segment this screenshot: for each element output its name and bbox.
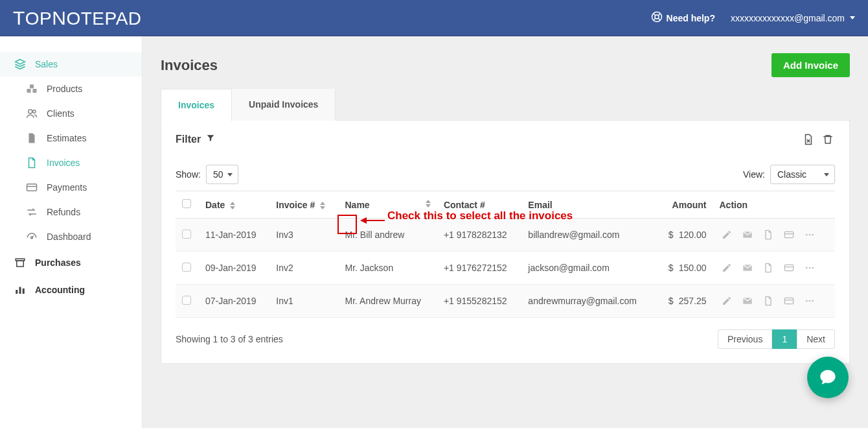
edit-icon[interactable] (720, 294, 734, 308)
sidebar-item-clients[interactable]: Clients (0, 101, 142, 126)
svg-point-25 (808, 267, 810, 269)
file-text-icon (26, 157, 38, 169)
sort-icon (230, 202, 235, 209)
sidebar-label-dashboard: Dashboard (47, 232, 91, 242)
row-actions (720, 294, 829, 308)
chat-fab[interactable] (807, 357, 849, 398)
svg-rect-8 (27, 184, 37, 191)
view-label: View: (743, 169, 765, 180)
col-amount: Amount (656, 191, 713, 219)
chart-bar-icon (14, 284, 26, 296)
pdf-icon[interactable] (761, 261, 775, 275)
sidebar-item-payments[interactable]: Payments (0, 175, 142, 200)
show-select[interactable]: 50 (206, 165, 238, 184)
col-invoice-no[interactable]: Invoice # (269, 191, 338, 219)
row-checkbox[interactable] (182, 263, 191, 272)
need-help-link[interactable]: Need help? (651, 11, 715, 25)
filter-toggle[interactable]: Filter (176, 134, 215, 145)
chevron-down-icon (850, 16, 855, 19)
col-contact: Contact # (437, 191, 521, 219)
sidebar-item-dashboard[interactable]: Dashboard (0, 224, 142, 249)
svg-point-31 (812, 300, 814, 302)
sort-icon (426, 200, 431, 208)
sidebar-item-products[interactable]: Products (0, 77, 142, 101)
cell-invoice-no: Inv1 (269, 285, 338, 318)
user-menu[interactable]: xxxxxxxxxxxxxx@gmail.com (731, 13, 855, 23)
mail-icon[interactable] (740, 261, 755, 275)
pagination-next[interactable]: Next (797, 329, 835, 349)
topbar: TOPNotepad Need help? xxxxxxxxxxxxxx@gma… (0, 0, 868, 36)
edit-icon[interactable] (720, 261, 734, 275)
svg-rect-22 (784, 265, 793, 270)
row-checkbox[interactable] (182, 296, 191, 305)
svg-point-20 (808, 234, 810, 236)
col-name[interactable]: Name (339, 191, 437, 219)
tab-unpaid-invoices[interactable]: Unpaid Invoices (232, 89, 336, 121)
sidebar-label-invoices: Invoices (47, 158, 80, 168)
tab-invoices[interactable]: Invoices (161, 89, 232, 121)
chevron-down-icon (824, 173, 829, 176)
svg-point-7 (33, 110, 36, 113)
view-select[interactable]: Classic (770, 165, 835, 184)
svg-rect-16 (23, 289, 25, 294)
cubes-icon (26, 83, 38, 95)
cell-invoice-no: Inv2 (269, 252, 338, 285)
sidebar-item-refunds[interactable]: Refunds (0, 200, 142, 224)
more-icon[interactable] (803, 228, 817, 242)
card-icon[interactable] (782, 261, 796, 275)
svg-point-26 (812, 267, 814, 269)
chat-icon (819, 368, 837, 388)
sidebar-item-invoices[interactable]: Invoices (0, 150, 142, 175)
svg-rect-14 (16, 290, 17, 294)
pagination-page-1[interactable]: 1 (772, 329, 797, 349)
chevron-down-icon (227, 173, 233, 176)
svg-point-30 (808, 300, 810, 302)
sidebar-item-accounting[interactable]: Accounting (0, 276, 142, 303)
card-icon[interactable] (782, 294, 796, 308)
cell-contact: +1 9176272152 (437, 252, 521, 285)
delete-button[interactable] (821, 132, 835, 147)
sidebar-item-sales[interactable]: Sales (0, 52, 142, 77)
svg-rect-27 (784, 298, 793, 303)
svg-point-21 (812, 234, 814, 236)
life-ring-icon (651, 11, 663, 25)
mail-icon[interactable] (740, 294, 755, 308)
col-date[interactable]: Date (199, 191, 269, 219)
filter-icon (206, 134, 215, 145)
mail-icon[interactable] (740, 228, 755, 242)
showing-text: Showing 1 to 3 of 3 entries (176, 334, 283, 344)
cell-email: billandrew@gmail.com (521, 219, 656, 252)
export-excel-button[interactable] (801, 132, 816, 147)
more-icon[interactable] (803, 261, 817, 275)
col-action: Action (713, 191, 836, 219)
invoices-table: Date Invoice # Name Contact (176, 191, 835, 318)
sidebar-item-estimates[interactable]: Estimates (0, 126, 142, 150)
sidebar-label-products: Products (47, 84, 82, 94)
sidebar-label-sales: Sales (35, 59, 58, 69)
svg-rect-5 (30, 84, 34, 88)
select-all-checkbox[interactable] (182, 199, 191, 208)
svg-marker-2 (16, 60, 25, 65)
pdf-icon[interactable] (761, 294, 775, 308)
sidebar-label-purchases: Purchases (35, 257, 81, 268)
page-title: Invoices (161, 57, 218, 74)
svg-rect-15 (19, 287, 21, 294)
user-email: xxxxxxxxxxxxxx@gmail.com (731, 13, 845, 23)
pdf-icon[interactable] (761, 228, 775, 242)
card-icon[interactable] (782, 228, 796, 242)
sidebar-item-purchases[interactable]: Purchases (0, 249, 142, 276)
edit-icon[interactable] (720, 228, 734, 242)
more-icon[interactable] (803, 294, 817, 308)
sidebar-label-refunds: Refunds (47, 207, 80, 217)
row-actions (720, 261, 829, 275)
pagination-prev[interactable]: Previous (718, 329, 772, 349)
add-invoice-button[interactable]: Add Invoice (771, 53, 850, 77)
svg-rect-17 (784, 232, 793, 237)
svg-point-6 (29, 110, 32, 113)
brand-logo: TOPNotepad (13, 7, 142, 29)
pagination: Previous 1 Next (718, 329, 835, 349)
cell-contact: +1 9155282152 (437, 285, 521, 318)
cell-invoice-no: Inv3 (269, 219, 338, 252)
row-checkbox[interactable] (182, 230, 191, 239)
svg-rect-3 (27, 89, 31, 93)
